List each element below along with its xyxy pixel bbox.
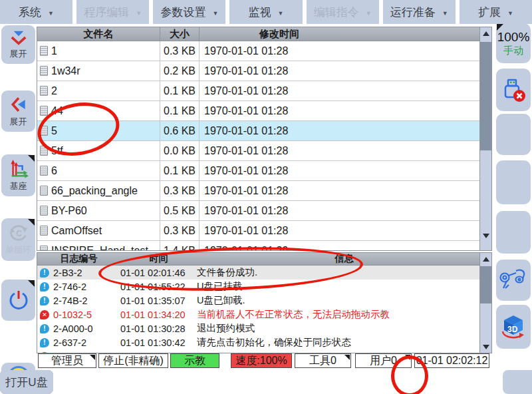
menu-item[interactable]: 参数设置 xyxy=(153,0,225,24)
speed-mode-button[interactable]: 100% 手动 xyxy=(496,23,531,63)
file-table-header: 文件名 大小 修改时间 xyxy=(37,27,491,41)
view-3d-button[interactable]: 3D xyxy=(496,305,531,349)
tool-selector[interactable]: 工具0 xyxy=(295,353,351,368)
expand-left-button[interactable]: 展开 xyxy=(1,91,35,132)
log-table-header: 日志编号 时间 信息 xyxy=(37,253,491,266)
file-name: 66_packing_angle xyxy=(51,185,138,197)
file-name: 5tf xyxy=(51,145,63,157)
scroll-up-icon[interactable] xyxy=(480,253,491,265)
single-cycle-button: C 单循环 xyxy=(1,218,35,261)
log-row[interactable]: 2-746-2 01-01 01:55:22 U盘已挂载. xyxy=(37,280,479,294)
file-modified-time: 1970-01-01 01:28 xyxy=(200,161,479,180)
file-modified-time: 1970-01-01 01:28 xyxy=(200,101,479,120)
file-name: 1w34r xyxy=(51,65,80,77)
file-row[interactable]: 1 0.3 KB 1970-01-01 01:28 xyxy=(37,41,479,61)
file-list: 1 0.3 KB 1970-01-01 01:28 1w34r 0.2 KB 1… xyxy=(37,41,479,250)
file-modified-time: 1970-01-01 01:28 xyxy=(200,201,479,220)
file-name: 5 xyxy=(51,125,57,137)
coordinate-axes-icon xyxy=(8,159,29,179)
menu-item[interactable]: 系统 xyxy=(0,0,72,24)
menu-item-label: 程序编辑 xyxy=(84,5,129,20)
clock: 01-01 02:02:12 xyxy=(414,353,489,368)
chevron-down-icon xyxy=(136,5,142,19)
manual-mode-label: 手动 xyxy=(503,45,523,57)
user-frame-selector[interactable]: 用户0 xyxy=(355,353,412,368)
log-id: 2-746-2 xyxy=(53,282,86,292)
scroll-up-icon[interactable] xyxy=(480,27,491,39)
log-row[interactable] xyxy=(37,349,479,353)
menu-item[interactable]: 扩展 xyxy=(460,0,532,24)
menu-item-label: 系统 xyxy=(19,5,41,20)
file-modified-time: 1970-01-01 01:29 xyxy=(200,241,479,250)
file-table: 文件名 大小 修改时间 1 0.3 KB 1970-01-01 01:28 xyxy=(37,27,492,251)
log-id: 2-637-2 xyxy=(53,337,86,348)
usb-eject-button[interactable] xyxy=(496,69,531,111)
button-label: 展开 xyxy=(10,116,27,128)
menu-item[interactable]: 监视 xyxy=(229,0,302,24)
file-row[interactable]: 5 0.6 KB 1970-01-01 01:28 xyxy=(37,121,479,141)
action-button[interactable]: 打开U盘 xyxy=(0,370,53,394)
log-id: 2-74B-2 xyxy=(53,296,88,306)
file-size: 0.1 KB xyxy=(160,161,200,180)
file-size: 0.3 KB xyxy=(160,41,200,61)
power-button[interactable] xyxy=(1,280,35,321)
log-level-icon xyxy=(40,338,49,347)
column-header-modified: 修改时间 xyxy=(200,27,491,41)
drag-teach-button[interactable] xyxy=(496,260,531,301)
file-icon xyxy=(40,186,48,196)
file-row[interactable]: 1w34r 0.2 KB 1970-01-01 01:28 xyxy=(37,61,479,81)
menu-item-label: 扩展 xyxy=(478,5,501,20)
file-name: BY-P60 xyxy=(51,205,87,217)
log-row[interactable]: 0-1032-5 01-01 01:34:20 当前机器人不在正常状态，无法启动… xyxy=(37,307,479,321)
file-size: 0.3 KB xyxy=(160,221,200,240)
menu-item-label: 编辑指令 xyxy=(314,5,359,20)
base-frame-button[interactable]: 基座 xyxy=(1,154,35,196)
scrollbar-thumb[interactable] xyxy=(480,266,491,303)
log-scrollbar[interactable] xyxy=(479,253,491,353)
file-icon xyxy=(40,106,48,116)
file-row[interactable]: 6 0.1 KB 1970-01-01 01:28 xyxy=(37,161,479,181)
scroll-down-icon[interactable] xyxy=(480,341,491,353)
empty-slot-button xyxy=(496,160,531,204)
log-row[interactable]: 2-A000-0 01-01 01:30:28 退出预约模式 xyxy=(37,321,479,335)
teach-mode-badge: 示教 xyxy=(170,353,219,368)
log-row[interactable]: 2-74B-2 01-01 01:35:07 U盘已卸载. xyxy=(37,294,479,307)
log-message: 退出预约模式 xyxy=(197,322,479,335)
file-scrollbar[interactable] xyxy=(479,27,491,250)
teach-pendant-screen: 系统 程序编辑 参数设置 监视 编辑指令 xyxy=(0,0,532,394)
action-button-partial xyxy=(503,370,532,394)
file-row[interactable]: 66_packing_angle 0.3 KB 1970-01-01 01:28 xyxy=(37,181,479,201)
file-row[interactable]: INSPIRE_Hand_test 1.4 KB 1970-01-01 01:2… xyxy=(37,241,479,250)
menu-item[interactable]: 运行准备 xyxy=(383,0,456,24)
button-label: 基座 xyxy=(10,180,27,192)
empty-slot-button xyxy=(496,114,531,155)
menu-item[interactable]: 程序编辑 xyxy=(76,0,149,24)
file-size: 1.4 KB xyxy=(160,241,200,250)
log-row[interactable]: 2-637-2 01-01 01:30:42 请先点击初始化，确保处于同步状态 xyxy=(37,335,479,349)
file-size: 0.2 KB xyxy=(160,61,200,81)
log-id: 2-A000-0 xyxy=(53,323,93,334)
menu-item[interactable]: 编辑指令 xyxy=(307,0,379,24)
chevron-down-icon xyxy=(442,5,448,19)
log-row[interactable]: 2-B3-2 01-01 02:01:46 文件备份成功. xyxy=(37,266,479,280)
file-row[interactable]: 2 0.1 KB 1970-01-01 01:28 xyxy=(37,81,479,101)
column-header-size: 大小 xyxy=(160,27,200,41)
log-id: 2-B3-2 xyxy=(53,268,82,278)
file-modified-time: 1970-01-01 01:28 xyxy=(200,141,479,160)
file-row[interactable]: 44 0.1 KB 1970-01-01 01:28 xyxy=(37,101,479,121)
file-row[interactable]: BY-P60 0.5 KB 1970-01-01 01:28 xyxy=(37,201,479,221)
scrollbar-thumb[interactable] xyxy=(480,42,491,150)
speed-percent: 100% xyxy=(497,30,530,45)
file-icon xyxy=(40,246,48,250)
expand-down-button[interactable]: 展开 xyxy=(1,25,35,64)
file-icon xyxy=(40,66,48,76)
speed-badge[interactable]: 速度:100% xyxy=(231,353,292,368)
log-time: 01-01 02:01:46 xyxy=(120,268,197,278)
file-modified-time: 1970-01-01 01:28 xyxy=(200,181,479,200)
user-role-badge[interactable]: 管理员 xyxy=(38,353,96,368)
file-name: 1 xyxy=(51,45,57,57)
file-row[interactable]: 5tf 0.0 KB 1970-01-01 01:28 xyxy=(37,141,479,161)
scroll-down-icon[interactable] xyxy=(480,230,491,242)
file-row[interactable]: CamOffset 0.3 KB 1970-01-01 01:28 xyxy=(37,221,479,241)
status-bar: 管理员 停止(非精确) 示教 速度:100% 工具0 用户0 01-01 02:… xyxy=(0,353,532,369)
